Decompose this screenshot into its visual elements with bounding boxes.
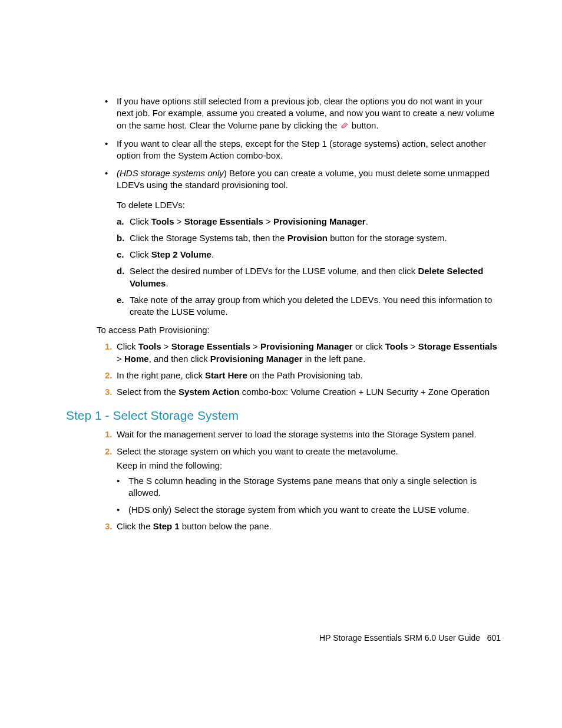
bullet-text: If you want to clear all the steps, exce… [117,139,486,160]
step-text: Click the [117,521,153,531]
step-text: > [117,354,124,364]
bold: Provisioning Manager [273,216,366,226]
step-text: Wait for the management server to load t… [117,429,477,439]
number-marker: 3. [105,386,113,398]
ldev-intro: To delete LDEVs: [117,199,501,211]
top-bullet-list: If you have options still selected from … [105,95,501,318]
bold: Storage Essentials [184,216,263,226]
number-marker: 2. [105,446,113,457]
bold: Step 2 Volume [151,249,211,259]
step-text: Keep in mind the following: [117,460,501,472]
numbered-step-2: 2. Select the storage system on which yo… [105,446,501,516]
number-marker: 1. [105,341,113,353]
step-text: Click the Storage Systems tab, then the [130,233,287,243]
step-text: > [174,216,184,226]
step-text: button for the storage system. [328,233,447,243]
bold: Tools [151,216,174,226]
access-numbered-list: 1. Click Tools > Storage Essentials > Pr… [105,341,501,398]
section-numbered-list: 1. Wait for the management server to loa… [105,429,501,532]
bullet-text: If you have options still selected from … [117,96,494,130]
marker: c. [117,249,124,261]
step-text: Take note of the array group from which … [130,295,492,317]
number-marker: 2. [105,370,113,381]
step-text: Click [130,216,151,226]
bold: System Action [178,387,240,397]
step-text: on the Path Provisioning tab. [247,370,363,380]
ldev-sub-block: To delete LDEVs: a. Click Tools > Storag… [117,199,501,318]
lettered-step-a: a. Click Tools > Storage Essentials > Pr… [117,216,501,228]
step-text: Select from the [117,387,178,397]
step-text: > [408,341,418,351]
footer-title: HP Storage Essentials SRM 6.0 User Guide [319,633,480,643]
section-heading: Step 1 - Select Storage System [66,409,501,423]
bullet-text: The S column heading in the Storage Syst… [128,476,477,498]
page-footer: HP Storage Essentials SRM 6.0 User Guide… [319,633,501,643]
access-intro: To access Path Provisioning: [97,324,501,336]
bold: Storage Essentials [171,341,250,351]
footer-page-number: 601 [487,633,501,643]
step-text: Select the storage system on which you w… [117,446,398,456]
numbered-step-1: 1. Click Tools > Storage Essentials > Pr… [105,341,501,365]
bold: Provisioning Manager [210,354,303,364]
step-text: combo-box: Volume Creation + LUN Securit… [240,387,490,397]
marker: d. [117,265,124,277]
lettered-step-b: b. Click the Storage Systems tab, then t… [117,232,501,244]
step-text: button below the pane. [180,521,272,531]
numbered-step-3: 3. Select from the System Action combo-b… [105,386,501,398]
numbered-step-2: 2. In the right pane, click Start Here o… [105,370,501,381]
bullet-text: (HDS only) Select the storage system fro… [128,505,470,515]
sub-bullet-item: The S column heading in the Storage Syst… [117,475,501,499]
bullet-item: If you have options still selected from … [105,95,501,132]
step-text: in the left pane. [303,354,366,364]
step-text: > [263,216,273,226]
number-marker: 3. [105,521,113,532]
bullet-prefix-italic: (HDS storage systems only [117,168,224,178]
eraser-icon [340,120,349,131]
step-text: , and then click [149,354,210,364]
bold: Home [124,354,149,364]
step-text: Click [117,341,138,351]
bold: Provisioning Manager [260,341,353,351]
number-marker: 1. [105,429,113,440]
sub-bullets: The S column heading in the Storage Syst… [117,475,501,516]
bold: Provision [287,233,328,243]
bullet-item: If you want to clear all the steps, exce… [105,138,501,162]
bold: Step 1 [153,521,180,531]
bold: Storage Essentials [418,341,497,351]
step-text: Click [130,249,151,259]
bold: Start Here [205,370,247,380]
step-text: Select the desired number of LDEVs for t… [130,266,418,276]
step-text: > [250,341,260,351]
sub-bullet-item: (HDS only) Select the storage system fro… [117,504,501,516]
marker: e. [117,294,124,306]
lettered-step-d: d. Select the desired number of LDEVs fo… [117,265,501,289]
step-text: or click [353,341,385,351]
step-text: . [166,278,168,288]
step-text: In the right pane, click [117,370,205,380]
lettered-step-e: e. Take note of the array group from whi… [117,294,501,318]
numbered-step-3: 3. Click the Step 1 button below the pan… [105,521,501,532]
marker: b. [117,232,124,244]
step-text: . [366,216,368,226]
bold: Tools [385,341,408,351]
step-text: . [211,249,214,259]
bullet-item: (HDS storage systems only) Before you ca… [105,167,501,318]
step-text: > [161,341,171,351]
lettered-step-c: c. Click Step 2 Volume. [117,249,501,261]
bullet-text: button. [352,120,379,130]
bold: Tools [138,341,161,351]
marker: a. [117,216,124,228]
numbered-step-1: 1. Wait for the management server to loa… [105,429,501,440]
